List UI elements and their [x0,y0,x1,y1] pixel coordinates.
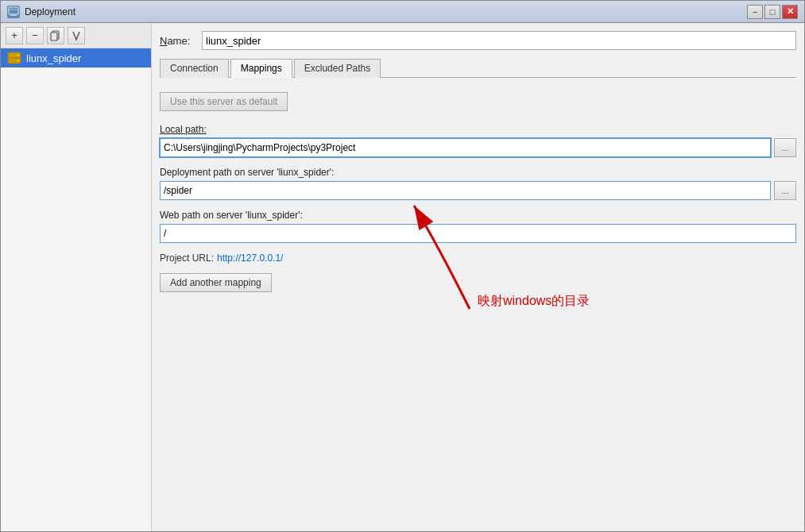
tab-mappings[interactable]: Mappings [230,59,292,78]
web-path-input[interactable] [160,224,796,243]
name-input[interactable] [202,31,796,50]
svg-rect-4 [51,33,57,40]
project-url-link[interactable]: http://127.0.0.1/ [217,253,283,264]
web-path-row [160,224,796,243]
deployment-path-group: Deployment path on server 'liunx_spider'… [160,167,796,200]
window-icon [7,6,20,18]
svg-point-7 [17,54,19,56]
svg-rect-0 [9,7,18,14]
project-url-row: Project URL: http://127.0.0.1/ [160,253,796,264]
add-server-button[interactable]: + [6,27,23,44]
sidebar-item-liunx-spider[interactable]: liunx_spider [1,48,151,67]
mappings-panel: Use this server as default Local path: .… [160,86,796,523]
web-path-label: Web path on server 'liunx_spider': [160,210,796,221]
project-url-label: Project URL: [160,253,214,264]
close-button[interactable]: ✕ [782,5,798,19]
tab-connection[interactable]: Connection [160,59,229,78]
main-panel: Name: Connection Mappings Excluded Paths [152,23,804,531]
sidebar: + − [1,23,152,531]
deployment-path-row: ... [160,181,796,200]
maximize-button[interactable]: □ [764,5,780,19]
local-path-row: ... [160,138,796,157]
svg-rect-1 [10,14,17,16]
tab-excluded-paths[interactable]: Excluded Paths [294,59,381,78]
window-controls: − □ ✕ [747,5,798,19]
remove-server-button[interactable]: − [26,27,44,44]
add-mapping-button[interactable]: Add another mapping [160,273,272,292]
title-bar: Deployment − □ ✕ [1,1,804,23]
server-icon [7,52,21,64]
name-row: Name: [160,31,796,50]
sidebar-item-label: liunx_spider [26,52,81,64]
deployment-window: Deployment − □ ✕ + − [0,0,805,532]
name-label: Name: [160,35,195,47]
tabs-bar: Connection Mappings Excluded Paths [160,58,796,78]
window-title: Deployment [25,6,742,17]
svg-point-8 [17,60,19,61]
deployment-path-input[interactable] [160,181,771,200]
local-path-input[interactable] [160,138,771,157]
local-path-label: Local path: [160,124,796,135]
copy-server-button[interactable] [47,27,64,44]
minimize-button[interactable]: − [747,5,763,19]
main-content: + − [1,23,804,531]
local-path-group: Local path: ... [160,124,796,157]
deployment-path-browse-button[interactable]: ... [774,181,796,200]
move-down-button[interactable] [68,27,85,44]
web-path-group: Web path on server 'liunx_spider': [160,210,796,243]
deployment-path-label: Deployment path on server 'liunx_spider'… [160,167,796,178]
default-server-button[interactable]: Use this server as default [160,92,288,111]
local-path-browse-button[interactable]: ... [774,138,796,157]
sidebar-toolbar: + − [1,23,151,48]
